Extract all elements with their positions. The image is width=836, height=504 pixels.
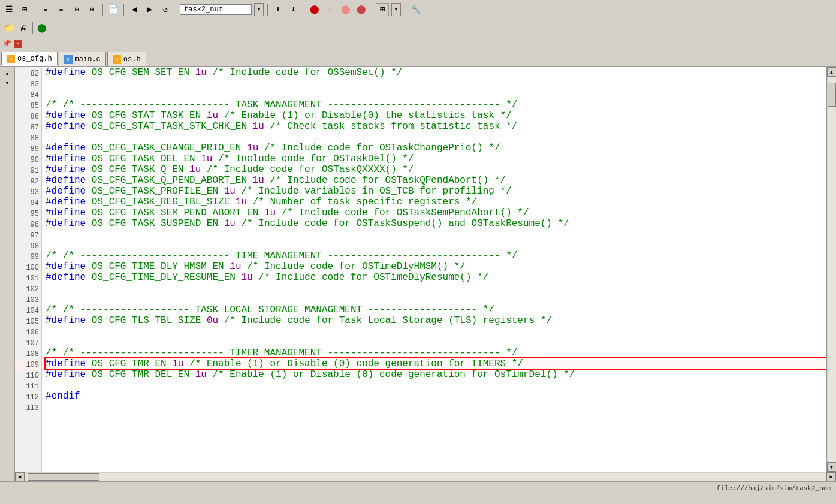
toolbar-icon-red-circle[interactable]: ⬤ — [308, 3, 321, 16]
ln-112: 112 — [15, 392, 39, 403]
ln-110: 110 — [15, 370, 39, 381]
toolbar-icon-arrow-left[interactable]: ◀ — [128, 3, 141, 16]
ln-103: 103 — [15, 295, 39, 306]
tab-os-h[interactable]: h os.h — [107, 52, 146, 66]
tab-label-os-h: os.h — [123, 55, 141, 64]
tab-icon-os-cfg-h: h — [7, 55, 15, 63]
code-line-89: #define OS_CFG_TASK_CHANGE_PRIO_EN 1u /*… — [46, 143, 826, 153]
toolbar-icon-doc[interactable]: 📄 — [107, 3, 120, 16]
margin-btn-up[interactable]: ▲ — [3, 69, 11, 77]
code-line-83 — [46, 78, 826, 89]
scroll-right-button[interactable]: ▶ — [826, 472, 836, 482]
ln-87: 87 — [15, 122, 39, 133]
title-dropdown[interactable]: ▼ — [254, 3, 264, 16]
toolbar2-icon1[interactable]: 📁 — [2, 22, 16, 35]
project-title: task2_num — [180, 4, 252, 15]
toolbar-icon-red2[interactable]: ⬤ — [355, 3, 368, 16]
code-line-90: #define OS_CFG_TASK_DEL_EN 1u /* Include… — [46, 153, 826, 164]
scroll-track-v[interactable] — [828, 77, 836, 462]
toolbar-icon-orange-circle[interactable]: ⬤ — [339, 3, 352, 16]
ln-95: 95 — [15, 209, 39, 219]
ln-84: 84 — [15, 90, 39, 101]
scroll-down-button[interactable]: ▼ — [827, 462, 837, 472]
scroll-up-button[interactable]: ▲ — [827, 67, 837, 77]
toolbar-top: ☰ ⊞ ≡ ≡ ⊟ ⊞ 📄 ◀ ▶ ↺ task2_num ▼ ⬆ ⬇ ⬤ ○ … — [0, 0, 836, 19]
ln-94: 94 — [15, 198, 39, 209]
code-line-113 — [46, 402, 826, 412]
tab-os-cfg-h[interactable]: h os_cfg.h — [1, 52, 58, 66]
margin-btn-down[interactable]: ▼ — [3, 79, 11, 87]
code-line-84 — [46, 89, 826, 99]
ln-82: 82 — [15, 68, 39, 79]
code-line-86: #define OS_CFG_STAT_TASK_EN 1u /* Enable… — [46, 110, 826, 121]
ln-106: 106 — [15, 327, 39, 338]
scroll-thumb-h[interactable] — [28, 473, 99, 481]
pin-icon[interactable]: 📌 — [2, 39, 11, 48]
ln-107: 107 — [15, 338, 39, 349]
code-content[interactable]: #define OS_CFG_SEM_SET_EN 1u /* Include … — [42, 67, 826, 472]
scroll-thumb-v[interactable] — [828, 83, 836, 107]
toolbar-icon-refresh[interactable]: ↺ — [159, 3, 172, 16]
toolbar2-icon2[interactable]: 🖨 — [17, 22, 30, 35]
toolbar-icon-list3[interactable]: ⊟ — [70, 3, 83, 16]
code-line-109: #define OS_CFG_TMR_EN 1u /* Enable (1) o… — [46, 358, 826, 369]
code-line-97 — [46, 229, 826, 240]
status-bar: file:///haj/sim/sim/task2_num — [0, 481, 836, 494]
code-line-110: #define OS_CFG_TMR_DEL_EN 1u /* Enable (… — [46, 369, 826, 380]
ln-92: 92 — [15, 176, 39, 187]
toolbar-icon-grid[interactable]: ⊞ — [376, 3, 389, 16]
code-line-92: #define OS_CFG_TASK_Q_PEND_ABORT_EN 1u /… — [46, 175, 826, 186]
ln-99: 99 — [15, 252, 39, 262]
toolbar-icon-2[interactable]: ⊞ — [18, 3, 31, 16]
separator-1 — [35, 4, 35, 16]
ln-102: 102 — [15, 284, 39, 295]
tab-icon-main-c: c — [64, 55, 73, 64]
ln-97: 97 — [15, 230, 39, 241]
ln-96: 96 — [15, 219, 39, 230]
ln-113: 113 — [15, 403, 39, 414]
tab-label-os-cfg-h: os_cfg.h — [17, 55, 52, 63]
separator-8 — [405, 4, 405, 16]
toolbar-icon-list1[interactable]: ≡ — [39, 3, 52, 16]
code-line-102 — [46, 283, 826, 294]
vertical-scrollbar[interactable]: ▲ ▼ — [826, 67, 836, 472]
toolbar-icon-white-circle[interactable]: ○ — [324, 3, 337, 16]
scroll-track-h[interactable] — [25, 473, 826, 481]
toolbar-icon-arrow-right[interactable]: ▶ — [143, 3, 156, 16]
tab-icon-os-h: h — [113, 55, 121, 64]
tab-main-c[interactable]: c main.c — [59, 52, 106, 66]
close-button[interactable]: ✕ — [14, 40, 22, 48]
code-line-91: #define OS_CFG_TASK_Q_EN 1u /* Include c… — [46, 164, 826, 175]
toolbar-icon-list4[interactable]: ⊞ — [86, 3, 99, 16]
code-line-104: /* /* ------------------- TASK LOCAL STO… — [46, 304, 826, 315]
toolbar-second: 📁 🖨 ⬤ — [0, 19, 836, 37]
code-line-105: #define OS_CFG_TLS_TBL_SIZE 0u /* Includ… — [46, 315, 826, 326]
separator-3 — [123, 4, 124, 16]
grid-dropdown[interactable]: ▼ — [391, 3, 401, 16]
code-line-85: /* /* -------------------------- TASK MA… — [46, 99, 826, 110]
code-line-95: #define OS_CFG_TASK_SEM_PEND_ABORT_EN 1u… — [46, 207, 826, 218]
scroll-left-button[interactable]: ◀ — [15, 472, 25, 482]
horizontal-scrollbar-container: ◀ ▶ — [15, 472, 836, 481]
code-line-82: #define OS_CFG_SEM_SET_EN 1u /* Include … — [46, 67, 826, 78]
code-line-107 — [46, 337, 826, 348]
toolbar-icon-upload[interactable]: ⬆ — [271, 3, 285, 16]
toolbar-icon-list2[interactable]: ≡ — [55, 3, 68, 16]
ln-83: 83 — [15, 79, 39, 90]
ln-108: 108 — [15, 349, 39, 360]
separator-5 — [267, 4, 268, 16]
code-line-96: #define OS_CFG_TASK_SUSPEND_EN 1u /* Inc… — [46, 218, 826, 229]
toolbar-icon-1[interactable]: ☰ — [2, 3, 16, 16]
toolbar2-icon3[interactable]: ⬤ — [35, 22, 49, 35]
code-line-101: #define OS_CFG_TIME_DLY_RESUME_EN 1u /* … — [46, 272, 826, 283]
code-line-108: /* /* ------------------------- TIMER MA… — [46, 348, 826, 358]
ln-93: 93 — [15, 187, 39, 198]
toolbar-icon-wrench[interactable]: 🔧 — [409, 3, 422, 16]
toolbar-icon-download[interactable]: ⬇ — [287, 3, 300, 16]
code-line-100: #define OS_CFG_TIME_DLY_HMSM_EN 1u /* In… — [46, 261, 826, 272]
left-margin: ▲ ▼ — [0, 67, 15, 481]
ln-104: 104 — [15, 306, 39, 316]
code-line-106 — [46, 326, 826, 337]
editor-area: ▲ ▼ 82 83 84 85 86 87 88 89 90 91 92 93 … — [0, 67, 836, 481]
ln-111: 111 — [15, 381, 39, 392]
